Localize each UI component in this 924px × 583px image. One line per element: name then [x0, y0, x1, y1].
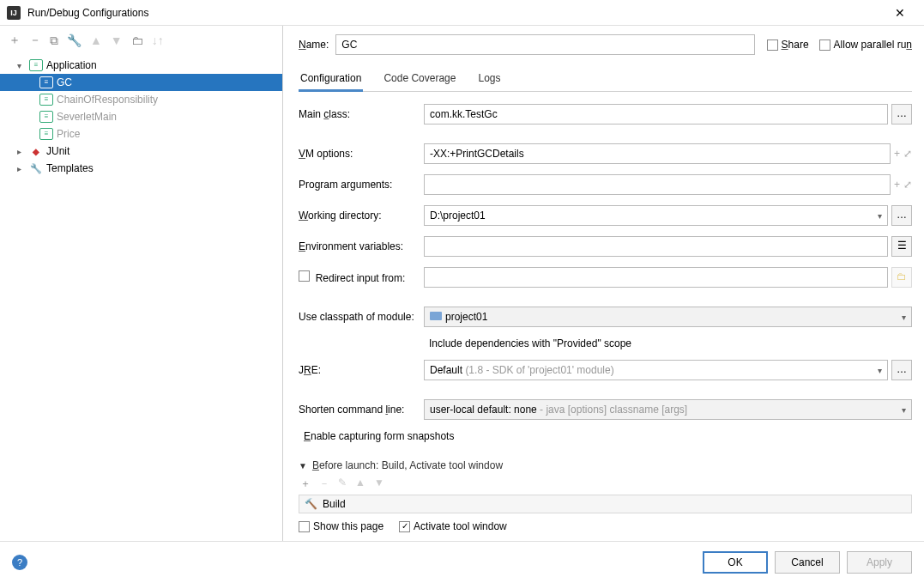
tree-label: GC [57, 76, 72, 88]
templates-icon [29, 162, 43, 174]
tree-item[interactable]: ≡ ChainOfResponsibility [0, 91, 282, 108]
expand-icon[interactable]: ⤢ [903, 179, 912, 191]
titlebar: IJ Run/Debug Configurations ✕ [0, 0, 924, 26]
before-launch-list: 🔨 Build [299, 495, 912, 513]
plus-icon[interactable]: + [894, 148, 900, 160]
tree-label: Templates [46, 162, 94, 174]
down-icon[interactable]: ▼ [111, 33, 123, 47]
main-class-label: Main class: [299, 108, 424, 120]
allow-parallel-label: Allow parallel run [834, 39, 912, 51]
expand-icon[interactable]: ⤢ [903, 148, 912, 160]
jre-hint: (1.8 - SDK of 'project01' module) [465, 364, 613, 376]
down-icon[interactable]: ▼ [374, 477, 384, 491]
module-icon [430, 312, 442, 320]
plus-icon[interactable]: + [894, 179, 900, 191]
config-toolbar: ＋ － ⧉ 🔧 ▲ ▼ 🗀 ↓↑ [0, 33, 282, 53]
shorten-value: user-local default: none [430, 404, 537, 416]
remove-icon[interactable]: － [319, 477, 329, 491]
remove-icon[interactable]: － [29, 33, 41, 48]
checkbox-icon[interactable] [299, 270, 310, 282]
hammer-icon: 🔨 [305, 498, 317, 510]
left-panel: ＋ － ⧉ 🔧 ▲ ▼ 🗀 ↓↑ ▾ ≡ Application ≡ GC ≡ … [0, 26, 283, 541]
activate-tool-window-checkbox[interactable]: ✓ Activate tool window [399, 520, 507, 532]
help-icon[interactable]: ? [12, 555, 27, 570]
folder-icon[interactable]: 🗀 [131, 33, 143, 47]
checkbox-icon [819, 39, 830, 51]
classpath-select[interactable]: project01 ▾ [424, 307, 912, 327]
program-args-input[interactable] [424, 174, 891, 195]
close-icon[interactable]: ✕ [883, 6, 917, 20]
application-icon: ≡ [29, 59, 43, 71]
cancel-button[interactable]: Cancel [775, 551, 840, 574]
jre-select[interactable]: Default (1.8 - SDK of 'project01' module… [424, 360, 888, 380]
checkbox-icon [299, 521, 310, 532]
tab-logs[interactable]: Logs [476, 67, 502, 91]
enable-snapshots-label: Enable capturing form snapshots [304, 430, 454, 442]
apply-button[interactable]: Apply [847, 551, 912, 574]
allow-parallel-checkbox[interactable]: Allow parallel run [819, 39, 912, 51]
show-this-page-checkbox[interactable]: Show this page [299, 520, 383, 532]
right-panel: Name: Share Allow parallel run Configura… [283, 26, 924, 541]
before-launch-item[interactable]: 🔨 Build [299, 495, 911, 513]
wrench-icon[interactable]: 🔧 [67, 33, 82, 47]
redirect-input-field [424, 267, 888, 288]
shorten-select[interactable]: user-local default: none - java [options… [424, 399, 912, 420]
browse-button[interactable]: … [891, 360, 912, 380]
chevron-down-icon: ▾ [902, 405, 906, 415]
app-icon: IJ [7, 6, 21, 20]
main-class-input[interactable] [424, 104, 888, 124]
chevron-right-icon: ▸ [17, 147, 29, 156]
jre-label: JRE: [299, 364, 424, 376]
ok-button[interactable]: OK [703, 551, 768, 574]
tree-label: JUnit [46, 145, 69, 157]
jre-value: Default [430, 364, 462, 376]
before-launch-toolbar: ＋ － ✎ ▲ ▼ [299, 477, 912, 491]
share-checkbox[interactable]: Share [767, 39, 809, 51]
application-icon: ≡ [39, 76, 53, 88]
env-vars-input[interactable] [424, 236, 888, 257]
chevron-right-icon: ▸ [17, 164, 29, 173]
add-icon[interactable]: ＋ [300, 477, 311, 491]
tree-label: ChainOfResponsibility [57, 94, 158, 106]
shorten-hint: - java [options] classname [args] [540, 404, 687, 416]
name-input[interactable] [335, 34, 754, 55]
add-icon[interactable]: ＋ [9, 33, 21, 48]
build-label: Build [323, 498, 346, 510]
working-dir-label: Working directory: [299, 210, 424, 222]
show-page-label: Show this page [313, 520, 383, 532]
folder-icon[interactable]: 🗀 [891, 267, 912, 288]
copy-icon[interactable]: ⧉ [50, 33, 58, 48]
tree-item-gc[interactable]: ≡ GC [0, 74, 282, 91]
browse-button[interactable]: … [891, 104, 912, 124]
up-icon[interactable]: ▲ [355, 477, 365, 491]
working-dir-input[interactable]: D:\project01 ▾ [424, 205, 888, 226]
browse-button[interactable]: … [891, 205, 912, 226]
application-icon: ≡ [39, 128, 53, 140]
name-label: Name: [299, 39, 329, 51]
checkbox-icon [767, 39, 778, 51]
tab-configuration[interactable]: Configuration [299, 67, 363, 92]
redirect-input-label: Redirect input from: [299, 270, 424, 284]
program-args-label: Program arguments: [299, 179, 424, 191]
tree-node-application[interactable]: ▾ ≡ Application [0, 57, 282, 74]
share-label: Share [782, 39, 809, 51]
checkbox-icon: ✓ [399, 521, 410, 532]
tab-code-coverage[interactable]: Code Coverage [382, 67, 457, 91]
up-icon[interactable]: ▲ [90, 33, 102, 47]
shorten-label: Shorten command line: [299, 404, 424, 416]
working-dir-value: D:\project01 [430, 210, 486, 222]
tabs: Configuration Code Coverage Logs [299, 67, 912, 92]
vm-options-input[interactable] [424, 143, 891, 164]
chevron-down-icon: ▾ [878, 211, 882, 221]
tree-node-templates[interactable]: ▸ Templates [0, 160, 282, 177]
classpath-label: Use classpath of module: [299, 311, 424, 323]
list-button[interactable]: ☰ [891, 236, 912, 257]
edit-icon[interactable]: ✎ [338, 477, 347, 491]
tree-node-junit[interactable]: ▸ ◆ JUnit [0, 143, 282, 160]
chevron-down-icon: ▾ [17, 61, 29, 70]
before-launch-header[interactable]: ▼ Before launch: Build, Activate tool wi… [299, 459, 912, 471]
vm-options-label: VM options: [299, 148, 424, 160]
tree-item[interactable]: ≡ Price [0, 125, 282, 143]
sort-icon[interactable]: ↓↑ [152, 33, 164, 47]
tree-item[interactable]: ≡ SeverletMain [0, 108, 282, 125]
